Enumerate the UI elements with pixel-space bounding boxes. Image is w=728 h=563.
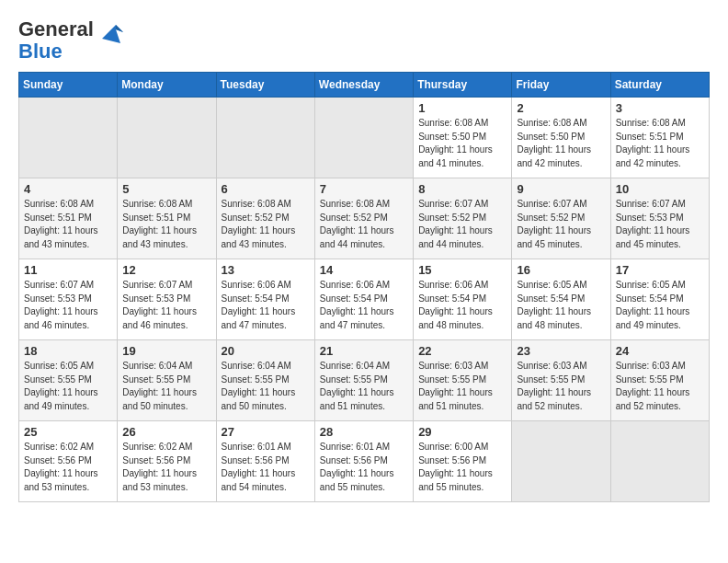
calendar-cell: 5Sunrise: 6:08 AM Sunset: 5:51 PM Daylig… bbox=[118, 178, 216, 259]
day-number: 1 bbox=[418, 101, 506, 115]
cell-info: Sunrise: 6:07 AM Sunset: 5:53 PM Dayligh… bbox=[24, 279, 112, 332]
day-number: 27 bbox=[222, 425, 310, 439]
cell-info: Sunrise: 6:07 AM Sunset: 5:53 PM Dayligh… bbox=[616, 198, 704, 251]
day-number: 11 bbox=[24, 263, 112, 277]
calendar-week-row: 11Sunrise: 6:07 AM Sunset: 5:53 PM Dayli… bbox=[19, 259, 710, 340]
page-header: General Blue bbox=[18, 18, 710, 63]
logo-general: General bbox=[18, 17, 94, 40]
day-header: Saturday bbox=[610, 73, 709, 98]
day-number: 23 bbox=[517, 344, 605, 358]
calendar-cell: 16Sunrise: 6:05 AM Sunset: 5:54 PM Dayli… bbox=[512, 259, 610, 340]
logo: General Blue bbox=[18, 18, 125, 63]
day-number: 9 bbox=[517, 182, 605, 196]
calendar-cell: 10Sunrise: 6:07 AM Sunset: 5:53 PM Dayli… bbox=[610, 178, 709, 259]
day-number: 10 bbox=[616, 182, 704, 196]
calendar-cell: 29Sunrise: 6:00 AM Sunset: 5:56 PM Dayli… bbox=[414, 421, 512, 502]
calendar-cell: 6Sunrise: 6:08 AM Sunset: 5:52 PM Daylig… bbox=[216, 178, 314, 259]
cell-info: Sunrise: 6:01 AM Sunset: 5:56 PM Dayligh… bbox=[222, 441, 310, 494]
cell-info: Sunrise: 6:03 AM Sunset: 5:55 PM Dayligh… bbox=[418, 360, 506, 413]
day-number: 21 bbox=[320, 344, 408, 358]
day-number: 25 bbox=[24, 425, 112, 439]
day-number: 29 bbox=[418, 425, 506, 439]
calendar-cell bbox=[512, 421, 610, 502]
cell-info: Sunrise: 6:08 AM Sunset: 5:51 PM Dayligh… bbox=[24, 198, 112, 251]
calendar-week-row: 4Sunrise: 6:08 AM Sunset: 5:51 PM Daylig… bbox=[19, 178, 710, 259]
day-number: 16 bbox=[517, 263, 605, 277]
calendar-cell: 12Sunrise: 6:07 AM Sunset: 5:53 PM Dayli… bbox=[118, 259, 216, 340]
cell-info: Sunrise: 6:08 AM Sunset: 5:52 PM Dayligh… bbox=[320, 198, 408, 251]
calendar-cell: 18Sunrise: 6:05 AM Sunset: 5:55 PM Dayli… bbox=[19, 340, 118, 421]
calendar-week-row: 18Sunrise: 6:05 AM Sunset: 5:55 PM Dayli… bbox=[19, 340, 710, 421]
calendar-cell: 23Sunrise: 6:03 AM Sunset: 5:55 PM Dayli… bbox=[512, 340, 610, 421]
calendar-cell: 19Sunrise: 6:04 AM Sunset: 5:55 PM Dayli… bbox=[118, 340, 216, 421]
calendar-cell: 27Sunrise: 6:01 AM Sunset: 5:56 PM Dayli… bbox=[216, 421, 314, 502]
cell-info: Sunrise: 6:00 AM Sunset: 5:56 PM Dayligh… bbox=[418, 441, 506, 494]
cell-info: Sunrise: 6:04 AM Sunset: 5:55 PM Dayligh… bbox=[122, 360, 210, 413]
calendar-header-row: SundayMondayTuesdayWednesdayThursdayFrid… bbox=[19, 73, 710, 98]
day-number: 2 bbox=[517, 101, 605, 115]
calendar-cell: 2Sunrise: 6:08 AM Sunset: 5:50 PM Daylig… bbox=[512, 98, 610, 178]
day-header: Tuesday bbox=[216, 73, 314, 98]
calendar-cell: 14Sunrise: 6:06 AM Sunset: 5:54 PM Dayli… bbox=[314, 259, 413, 340]
cell-info: Sunrise: 6:08 AM Sunset: 5:50 PM Dayligh… bbox=[517, 117, 605, 170]
calendar-cell: 7Sunrise: 6:08 AM Sunset: 5:52 PM Daylig… bbox=[314, 178, 413, 259]
calendar-cell bbox=[19, 98, 118, 178]
day-number: 28 bbox=[320, 425, 408, 439]
calendar-cell: 28Sunrise: 6:01 AM Sunset: 5:56 PM Dayli… bbox=[314, 421, 413, 502]
day-number: 20 bbox=[222, 344, 310, 358]
logo-icon bbox=[97, 20, 125, 48]
day-number: 18 bbox=[24, 344, 112, 358]
cell-info: Sunrise: 6:02 AM Sunset: 5:56 PM Dayligh… bbox=[24, 441, 112, 494]
calendar-cell: 20Sunrise: 6:04 AM Sunset: 5:55 PM Dayli… bbox=[216, 340, 314, 421]
cell-info: Sunrise: 6:01 AM Sunset: 5:56 PM Dayligh… bbox=[320, 441, 408, 494]
cell-info: Sunrise: 6:04 AM Sunset: 5:55 PM Dayligh… bbox=[320, 360, 408, 413]
cell-info: Sunrise: 6:05 AM Sunset: 5:55 PM Dayligh… bbox=[24, 360, 112, 413]
calendar-table: SundayMondayTuesdayWednesdayThursdayFrid… bbox=[18, 72, 710, 502]
cell-info: Sunrise: 6:06 AM Sunset: 5:54 PM Dayligh… bbox=[418, 279, 506, 332]
calendar-cell: 25Sunrise: 6:02 AM Sunset: 5:56 PM Dayli… bbox=[19, 421, 118, 502]
calendar-cell: 13Sunrise: 6:06 AM Sunset: 5:54 PM Dayli… bbox=[216, 259, 314, 340]
cell-info: Sunrise: 6:06 AM Sunset: 5:54 PM Dayligh… bbox=[320, 279, 408, 332]
cell-info: Sunrise: 6:03 AM Sunset: 5:55 PM Dayligh… bbox=[517, 360, 605, 413]
calendar-cell: 24Sunrise: 6:03 AM Sunset: 5:55 PM Dayli… bbox=[610, 340, 709, 421]
cell-info: Sunrise: 6:08 AM Sunset: 5:50 PM Dayligh… bbox=[418, 117, 506, 170]
calendar-cell: 1Sunrise: 6:08 AM Sunset: 5:50 PM Daylig… bbox=[414, 98, 512, 178]
svg-marker-1 bbox=[116, 25, 123, 32]
day-number: 7 bbox=[320, 182, 408, 196]
cell-info: Sunrise: 6:05 AM Sunset: 5:54 PM Dayligh… bbox=[616, 279, 704, 332]
calendar-week-row: 1Sunrise: 6:08 AM Sunset: 5:50 PM Daylig… bbox=[19, 98, 710, 178]
day-number: 12 bbox=[122, 263, 210, 277]
cell-info: Sunrise: 6:07 AM Sunset: 5:53 PM Dayligh… bbox=[122, 279, 210, 332]
day-header: Friday bbox=[512, 73, 610, 98]
calendar-body: 1Sunrise: 6:08 AM Sunset: 5:50 PM Daylig… bbox=[19, 98, 710, 502]
calendar-cell: 21Sunrise: 6:04 AM Sunset: 5:55 PM Dayli… bbox=[314, 340, 413, 421]
cell-info: Sunrise: 6:04 AM Sunset: 5:55 PM Dayligh… bbox=[222, 360, 310, 413]
cell-info: Sunrise: 6:08 AM Sunset: 5:51 PM Dayligh… bbox=[616, 117, 704, 170]
calendar-cell bbox=[118, 98, 216, 178]
calendar-cell: 17Sunrise: 6:05 AM Sunset: 5:54 PM Dayli… bbox=[610, 259, 709, 340]
calendar-week-row: 25Sunrise: 6:02 AM Sunset: 5:56 PM Dayli… bbox=[19, 421, 710, 502]
day-number: 5 bbox=[122, 182, 210, 196]
calendar-cell: 22Sunrise: 6:03 AM Sunset: 5:55 PM Dayli… bbox=[414, 340, 512, 421]
day-number: 6 bbox=[222, 182, 310, 196]
day-header: Thursday bbox=[414, 73, 512, 98]
cell-info: Sunrise: 6:06 AM Sunset: 5:54 PM Dayligh… bbox=[222, 279, 310, 332]
cell-info: Sunrise: 6:08 AM Sunset: 5:52 PM Dayligh… bbox=[222, 198, 310, 251]
day-number: 13 bbox=[222, 263, 310, 277]
day-number: 3 bbox=[616, 101, 704, 115]
cell-info: Sunrise: 6:07 AM Sunset: 5:52 PM Dayligh… bbox=[517, 198, 605, 251]
calendar-cell: 9Sunrise: 6:07 AM Sunset: 5:52 PM Daylig… bbox=[512, 178, 610, 259]
logo-blue: Blue bbox=[18, 40, 63, 63]
cell-info: Sunrise: 6:02 AM Sunset: 5:56 PM Dayligh… bbox=[122, 441, 210, 494]
logo-text: General Blue bbox=[18, 18, 94, 63]
svg-marker-0 bbox=[102, 25, 123, 43]
calendar-cell: 15Sunrise: 6:06 AM Sunset: 5:54 PM Dayli… bbox=[414, 259, 512, 340]
calendar-cell: 26Sunrise: 6:02 AM Sunset: 5:56 PM Dayli… bbox=[118, 421, 216, 502]
cell-info: Sunrise: 6:03 AM Sunset: 5:55 PM Dayligh… bbox=[616, 360, 704, 413]
cell-info: Sunrise: 6:07 AM Sunset: 5:52 PM Dayligh… bbox=[418, 198, 506, 251]
calendar-cell bbox=[610, 421, 709, 502]
day-number: 24 bbox=[616, 344, 704, 358]
day-number: 14 bbox=[320, 263, 408, 277]
calendar-cell: 8Sunrise: 6:07 AM Sunset: 5:52 PM Daylig… bbox=[414, 178, 512, 259]
day-number: 22 bbox=[418, 344, 506, 358]
